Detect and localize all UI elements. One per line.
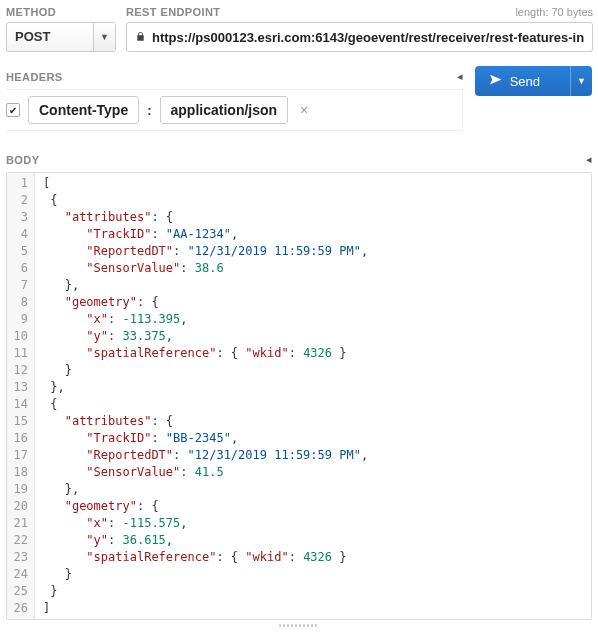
method-label: METHOD [6,6,116,18]
header-row: ✔ Content-Type : application/json × [6,89,463,131]
resize-handle[interactable] [6,622,592,628]
endpoint-url: https://ps000123.esri.com:6143/geoevent/… [152,30,584,45]
method-select[interactable]: POST ▼ [6,22,116,52]
header-value-input[interactable]: application/json [160,96,289,124]
collapse-body-icon[interactable]: ◂ [586,153,592,166]
lock-icon [135,31,146,44]
endpoint-length: length: 70 bytes [515,6,593,18]
body-label: BODY [6,154,39,166]
send-icon [489,73,502,89]
endpoint-input[interactable]: https://ps000123.esri.com:6143/geoevent/… [126,22,593,52]
method-value: POST [7,23,93,51]
send-options-caret[interactable]: ▼ [570,66,592,96]
send-label: Send [510,74,540,89]
endpoint-label: REST ENDPOINT [126,6,220,18]
header-name-input[interactable]: Content-Type [28,96,139,124]
body-code[interactable]: [ { "attributes": { "TrackID": "AA-1234"… [35,173,591,619]
send-button[interactable]: Send [475,66,570,96]
chevron-down-icon[interactable]: ▼ [93,23,115,51]
header-separator: : [147,103,151,118]
body-editor[interactable]: 1234567891011121314151617181920212223242… [6,172,592,620]
line-gutter: 1234567891011121314151617181920212223242… [7,173,35,619]
header-checkbox[interactable]: ✔ [6,103,20,117]
headers-label: HEADERS [6,71,63,83]
remove-header-icon[interactable]: × [296,102,312,118]
